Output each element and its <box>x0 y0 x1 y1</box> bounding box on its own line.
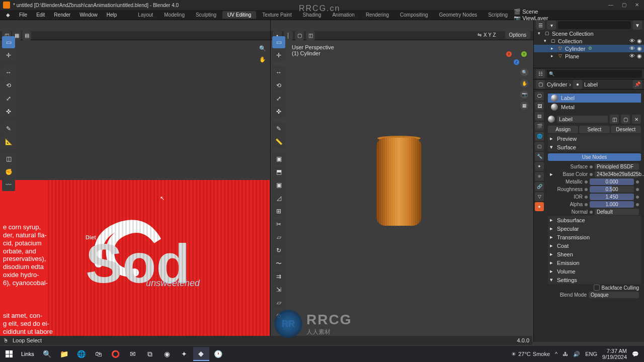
normal-val[interactable]: Default <box>595 209 639 215</box>
material-name-field[interactable]: Label <box>557 116 608 123</box>
pan-vp-icon[interactable]: ✋ <box>520 79 528 87</box>
tab-texture-paint[interactable]: Texture Paint <box>257 11 296 19</box>
zoom-icon[interactable]: 🔍 <box>259 45 267 53</box>
outliner-collection[interactable]: ▾ ▢ Collection 👁◉ <box>534 37 644 45</box>
tool-polybuild[interactable]: ▱ <box>272 231 285 243</box>
restrict-icon[interactable]: ◉ <box>637 45 642 52</box>
tool-annotate[interactable]: ✎ <box>2 123 15 135</box>
minimize-button[interactable]: — <box>606 1 616 8</box>
outliner-display-icon[interactable]: ▾ <box>547 21 556 30</box>
tab-compositing[interactable]: Compositing <box>395 11 433 19</box>
material-slot-metal[interactable]: Metal <box>548 103 641 112</box>
axis-z-icon[interactable]: Z <box>514 59 519 65</box>
metallic-val[interactable]: 0.000 <box>590 178 634 185</box>
tool-measure-vp[interactable]: 📏 <box>272 136 285 148</box>
tool-rotate-vp[interactable]: ⟲ <box>272 79 285 92</box>
properties-search[interactable]: 🔍 <box>547 70 642 78</box>
material-link-icon[interactable]: ◫ <box>610 115 619 124</box>
outliner-filter-icon[interactable]: ▼ <box>633 21 642 30</box>
panel-preview[interactable]: ▸Preview <box>548 134 641 143</box>
ptab-output-icon[interactable]: 🖼 <box>535 102 544 111</box>
node-socket-icon[interactable] <box>585 188 588 191</box>
tool-cursor[interactable]: ✛ <box>2 49 15 61</box>
ptab-constraint-icon[interactable]: 🔗 <box>535 182 544 191</box>
use-nodes-button[interactable]: Use Nodes <box>548 153 641 161</box>
tool-rip[interactable]: ◫ <box>2 153 15 165</box>
taskbar-mail-icon[interactable]: ✉ <box>125 347 141 361</box>
menu-render[interactable]: Render <box>50 11 74 19</box>
tab-scripting[interactable]: Scripting <box>483 11 513 19</box>
breadcrumb-material[interactable]: Label <box>584 81 598 87</box>
tool-rip-vp[interactable]: ⊘ <box>272 310 285 322</box>
tool-extrude[interactable]: ⬒ <box>272 166 285 178</box>
start-button[interactable] <box>2 347 16 361</box>
node-socket-icon[interactable] <box>585 196 588 199</box>
tool-add-cube[interactable]: ▣ <box>272 153 285 165</box>
tray-volume-icon[interactable]: 🔊 <box>573 351 580 357</box>
assign-button[interactable]: Assign <box>548 126 578 133</box>
maximize-button[interactable]: ▢ <box>619 1 629 8</box>
tool-relax[interactable]: 〰 <box>2 179 15 191</box>
restrict-icon[interactable]: ◉ <box>637 38 642 44</box>
mirror-xyz[interactable]: ⇋ X Y Z <box>474 31 499 39</box>
tool-measure[interactable]: 📐 <box>2 136 15 148</box>
tool-grab[interactable]: ✊ <box>2 166 15 178</box>
tool-move-vp[interactable]: ↔ <box>272 66 285 78</box>
weather-widget[interactable]: ☀ 27°C Smoke <box>511 351 550 357</box>
blender-icon[interactable]: ◆ <box>2 11 14 19</box>
ptab-scene-icon[interactable]: 🎬 <box>535 122 544 131</box>
tab-uv-editing[interactable]: UV Editing <box>222 11 256 19</box>
pan-icon[interactable]: ✋ <box>259 56 267 64</box>
tool-smooth[interactable]: 〜 <box>272 257 285 269</box>
material-slot-label[interactable]: Label <box>548 94 641 103</box>
ptab-mesh-icon[interactable]: ▽ <box>535 192 544 201</box>
tool-shrink[interactable]: ⇲ <box>272 284 285 296</box>
taskbar-obsidian-icon[interactable]: ✦ <box>176 347 192 361</box>
restrict-icon[interactable]: ◉ <box>637 53 642 59</box>
scene-selector[interactable]: 🎬 Scene <box>514 9 548 15</box>
menu-window[interactable]: Window <box>75 11 102 19</box>
tab-modeling[interactable]: Modeling <box>159 11 190 19</box>
pin-icon[interactable]: 📌 <box>633 80 642 89</box>
outliner-scene-collection[interactable]: ▾ ▢ Scene Collection <box>534 30 644 37</box>
camera-vp-icon[interactable]: 📷 <box>520 90 528 99</box>
panel-sheen[interactable]: ▸Sheen <box>548 250 641 258</box>
material-unlink-icon[interactable]: ✕ <box>632 115 641 124</box>
axis-x-icon[interactable]: X <box>506 51 512 57</box>
tab-layout[interactable]: Layout <box>133 11 158 19</box>
ptab-material-icon[interactable]: ● <box>535 202 544 211</box>
tray-clock[interactable]: 7:37 AM 9/19/2024 <box>602 348 627 360</box>
panel-settings[interactable]: ▾Settings <box>548 276 641 284</box>
taskbar-links[interactable]: Links <box>17 351 38 357</box>
tab-rendering[interactable]: Rendering <box>361 11 394 19</box>
tab-geometry-nodes[interactable]: Geometry Nodes <box>434 11 482 19</box>
eye-icon[interactable]: 👁 <box>629 53 635 59</box>
panel-specular[interactable]: ▸Specular <box>548 224 641 233</box>
panel-surface[interactable]: ▾Surface <box>548 143 641 151</box>
breadcrumb-object[interactable]: Cylinder <box>547 81 567 87</box>
close-button[interactable]: ✕ <box>632 1 642 8</box>
vp-sel-face-icon[interactable]: ▢ <box>295 31 304 40</box>
tab-shading[interactable]: Shading <box>298 11 327 19</box>
menu-help[interactable]: Help <box>103 11 121 19</box>
tool-move[interactable]: ↔ <box>2 66 15 78</box>
backface-culling-checkbox[interactable] <box>594 285 600 291</box>
tool-scale-vp[interactable]: ⤢ <box>272 93 285 105</box>
tool-loopcut[interactable]: ⊞ <box>272 205 285 217</box>
roughness-val[interactable]: 0.500 <box>590 186 634 193</box>
tool-knife[interactable]: ✂ <box>272 218 285 230</box>
outliner-item-cylinder[interactable]: ▸ ▽ Cylinder ⚙ 👁◉ <box>534 45 644 52</box>
taskbar-clock-icon[interactable]: 🕐 <box>210 347 226 361</box>
blendmode-val[interactable]: Opaque <box>589 292 639 298</box>
tool-annotate-vp[interactable]: ✎ <box>272 123 285 135</box>
taskbar-edge-icon[interactable]: 🌐 <box>73 347 90 361</box>
axis-gizmo[interactable]: X Y Z <box>506 43 528 65</box>
tab-sculpting[interactable]: Sculpting <box>191 11 221 19</box>
outliner-type-icon[interactable]: ☰ <box>536 21 545 30</box>
tool-scale[interactable]: ⤢ <box>2 93 15 105</box>
tray-lang[interactable]: ENG <box>585 351 597 357</box>
options-button[interactable]: Options <box>505 31 530 39</box>
eye-icon[interactable]: 👁 <box>629 38 635 44</box>
node-socket-icon[interactable] <box>590 165 593 168</box>
outliner-item-plane[interactable]: ▸ ▽ Plane 👁◉ <box>534 52 644 60</box>
